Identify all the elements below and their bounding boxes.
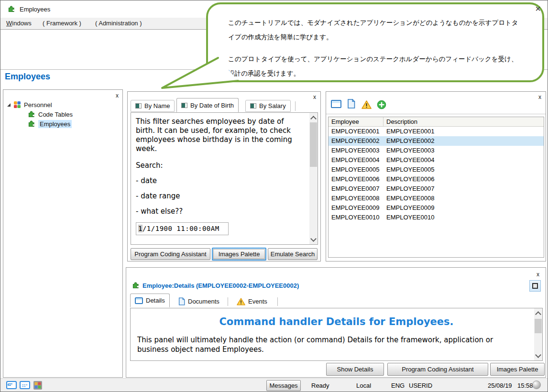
details-paragraph: This panel will ultimately handle the ac… (137, 335, 524, 354)
document-icon (178, 297, 185, 305)
column-header-description[interactable]: Description (384, 117, 544, 126)
callout-tail (156, 54, 252, 92)
details-panel: x Employee:Details (EMPLOYEE0002-EMPLOYE… (126, 267, 546, 378)
callout-paragraph-1: このチュートリアルでは、モダナイズされたアプリケーションがどのようなものかを示す… (228, 16, 522, 44)
frame-icon[interactable] (6, 381, 17, 390)
tab-label[interactable]: By Date of Birth (190, 102, 234, 109)
tree-node-employees[interactable]: Employees (28, 120, 72, 128)
document-icon[interactable] (347, 99, 355, 109)
tree-node-code-tables[interactable]: Code Tables (28, 110, 73, 119)
program-coding-assistant-button[interactable]: Program Coding Assistant (131, 248, 210, 260)
tab-by-name[interactable]: By Name (131, 100, 175, 112)
description-cell[interactable]: EMPLOYEE0003 (384, 146, 544, 155)
employee-row[interactable]: EMPLOYEE0002 EMPLOYEE0002 (329, 136, 544, 146)
tree-node-label[interactable]: Personnel (24, 101, 52, 109)
employee-row[interactable]: EMPLOYEE0003 EMPLOYEE0003 (329, 146, 544, 155)
description-cell[interactable]: EMPLOYEE0008 (384, 194, 544, 203)
scroll-thumb[interactable] (535, 319, 542, 333)
tab-divider (277, 297, 278, 306)
menu-administration[interactable]: ( Administration ) (95, 20, 142, 27)
tab-by-date-of-birth[interactable]: By Date of Birth (176, 98, 239, 112)
filter-line: - date range (136, 192, 318, 200)
messages-button[interactable]: Messages (266, 380, 301, 391)
add-icon[interactable] (377, 100, 386, 109)
employee-row[interactable]: EMPLOYEE0006 EMPLOYEE0006 (329, 174, 544, 184)
employee-cell[interactable]: EMPLOYEE0007 (329, 184, 384, 194)
tree-node-personnel[interactable]: Personnel (7, 100, 52, 109)
status-date: 25/08/19 (488, 382, 512, 389)
images-palette-button[interactable]: Images Palette (212, 248, 266, 261)
window-icon[interactable] (331, 100, 341, 109)
tree-expand-icon[interactable] (7, 103, 11, 107)
status-user: USERID (409, 382, 432, 389)
employee-cell[interactable]: EMPLOYEE0002 (329, 136, 384, 146)
employee-cell[interactable]: EMPLOYEE0003 (329, 146, 384, 155)
tree-node-label[interactable]: Code Tables (38, 111, 73, 118)
employee-row[interactable]: EMPLOYEE0008 EMPLOYEE0008 (329, 194, 544, 203)
warning-icon[interactable] (362, 100, 372, 109)
tab-label[interactable]: By Salary (259, 102, 286, 109)
employee-row[interactable]: EMPLOYEE0004 EMPLOYEE0004 (329, 155, 544, 165)
grid-icon[interactable] (20, 381, 30, 390)
status-ready: Ready (311, 382, 329, 389)
description-cell[interactable]: EMPLOYEE0009 (384, 203, 544, 213)
menu-framework[interactable]: ( Framework ) (43, 20, 81, 27)
employee-cell[interactable]: EMPLOYEE0008 (329, 194, 384, 203)
filter-line: - what else?? (136, 207, 318, 216)
description-cell[interactable]: EMPLOYEE0010 (384, 213, 544, 222)
puzzle-icon (28, 110, 35, 118)
tab-details[interactable]: Details (130, 294, 170, 307)
employee-row[interactable]: EMPLOYEE0010 EMPLOYEE0010 (329, 213, 544, 222)
window-close-icon[interactable]: × (535, 3, 541, 14)
employee-cell[interactable]: EMPLOYEE0010 (329, 213, 384, 222)
navigation-panel-close-icon[interactable]: x (116, 93, 119, 98)
program-coding-assistant-button[interactable]: Program Coding Assistant (387, 363, 488, 376)
employee-row[interactable]: EMPLOYEE0005 EMPLOYEE0005 (329, 165, 544, 174)
employee-cell[interactable]: EMPLOYEE0004 (329, 155, 384, 165)
details-panel-close-icon[interactable]: x (537, 272, 539, 277)
tab-label[interactable]: Events (248, 298, 267, 305)
date-selected-char[interactable]: 1 (138, 225, 142, 232)
filters-panel: x By Name By Date of Birth By Salary Thi… (127, 91, 321, 261)
chevron-down-icon (535, 352, 541, 358)
employee-row[interactable]: EMPLOYEE0007 EMPLOYEE0007 (329, 184, 544, 194)
menu-windows[interactable]: Windows (6, 20, 32, 27)
maximize-button[interactable] (529, 280, 541, 292)
tree-node-label-selected[interactable]: Employees (38, 120, 72, 128)
emulate-search-button[interactable]: Emulate Search (268, 248, 318, 260)
tab-by-salary[interactable]: By Salary (245, 100, 291, 112)
scroll-down-button[interactable] (534, 351, 542, 360)
description-cell[interactable]: EMPLOYEE0005 (384, 165, 544, 174)
date-input[interactable]: 1/1/1900 11:00:00AM (136, 222, 229, 235)
scroll-thumb[interactable] (310, 122, 317, 167)
tab-label[interactable]: Details (146, 297, 165, 304)
employee-row[interactable]: EMPLOYEE0001 EMPLOYEE0001 (329, 127, 544, 136)
tab-label[interactable]: By Name (144, 102, 170, 109)
filter-tab-icon (181, 103, 187, 108)
date-rest[interactable]: /1/1900 11:00:00AM (142, 225, 219, 232)
tab-label[interactable]: Documents (188, 298, 219, 305)
employee-cell[interactable]: EMPLOYEE0009 (329, 203, 384, 213)
app-puzzle-icon (8, 5, 15, 13)
tab-documents[interactable]: Documents (174, 295, 224, 307)
filter-scrollbar[interactable] (309, 113, 318, 244)
show-details-button[interactable]: Show Details (326, 363, 384, 376)
tab-events[interactable]: Events (232, 295, 272, 307)
instance-list-panel: x Employee Des (326, 91, 546, 261)
description-cell[interactable]: EMPLOYEE0001 (384, 127, 544, 136)
palette-icon[interactable] (33, 381, 43, 390)
details-scrollbar[interactable] (534, 308, 542, 360)
images-palette-button[interactable]: Images Palette (490, 363, 545, 376)
description-cell[interactable]: EMPLOYEE0004 (384, 155, 544, 165)
description-cell[interactable]: EMPLOYEE0007 (384, 184, 544, 194)
filter-line: Search: (136, 161, 318, 170)
employee-cell[interactable]: EMPLOYEE0005 (329, 165, 384, 174)
column-header-employee[interactable]: Employee (329, 117, 384, 126)
filters-panel-close-icon[interactable]: x (313, 94, 316, 100)
description-cell[interactable]: EMPLOYEE0002 (384, 136, 544, 146)
employee-row[interactable]: EMPLOYEE0009 EMPLOYEE0009 (329, 203, 544, 213)
scroll-down-button[interactable] (309, 235, 318, 244)
description-cell[interactable]: EMPLOYEE0006 (384, 174, 544, 184)
employee-cell[interactable]: EMPLOYEE0001 (329, 127, 384, 136)
employee-cell[interactable]: EMPLOYEE0006 (329, 174, 384, 184)
